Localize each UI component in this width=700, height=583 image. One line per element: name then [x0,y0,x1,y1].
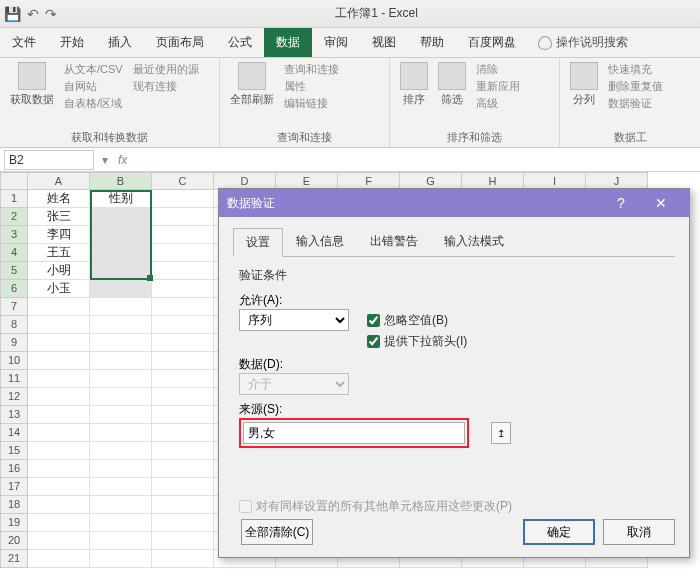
row-8[interactable]: 8 [0,316,28,334]
cell[interactable] [28,388,90,406]
queries-conn[interactable]: 查询和连接 [284,62,339,77]
row-6[interactable]: 6 [0,280,28,298]
data-validation[interactable]: 数据验证 [608,96,663,111]
tab-data[interactable]: 数据 [264,28,312,57]
cell[interactable] [90,280,152,298]
row-20[interactable]: 20 [0,532,28,550]
cell[interactable] [90,298,152,316]
row-4[interactable]: 4 [0,244,28,262]
properties[interactable]: 属性 [284,79,339,94]
flash-fill[interactable]: 快速填充 [608,62,663,77]
cell[interactable] [28,550,90,568]
cell[interactable] [90,226,152,244]
cell[interactable] [152,424,214,442]
row-16[interactable]: 16 [0,460,28,478]
remove-dup[interactable]: 删除重复值 [608,79,663,94]
advanced[interactable]: 高级 [476,96,520,111]
cell[interactable] [28,424,90,442]
cell[interactable] [152,244,214,262]
tab-view[interactable]: 视图 [360,28,408,57]
col-B[interactable]: B [90,172,152,190]
cell[interactable] [90,208,152,226]
filter-button[interactable]: 筛选 [438,62,466,107]
help-button[interactable]: ? [601,195,641,211]
cell[interactable] [152,190,214,208]
cell[interactable] [90,424,152,442]
save-icon[interactable]: 💾 [4,6,21,22]
name-box[interactable]: B2 [4,150,94,170]
cell[interactable]: 小明 [28,262,90,280]
namebox-dropdown-icon[interactable]: ▾ [98,153,112,167]
row-1[interactable]: 1 [0,190,28,208]
sort-button[interactable]: 排序 [400,62,428,107]
clear-all-button[interactable]: 全部清除(C) [241,519,313,545]
cell[interactable] [152,208,214,226]
existing-conn[interactable]: 现有连接 [133,79,199,94]
row-2[interactable]: 2 [0,208,28,226]
tab-formula[interactable]: 公式 [216,28,264,57]
cell[interactable] [90,550,152,568]
cell[interactable] [152,496,214,514]
cell[interactable] [28,442,90,460]
cell[interactable]: 王五 [28,244,90,262]
cell[interactable] [90,244,152,262]
cell[interactable] [90,370,152,388]
cell[interactable] [90,316,152,334]
row-7[interactable]: 7 [0,298,28,316]
cell[interactable] [152,370,214,388]
row-9[interactable]: 9 [0,334,28,352]
cell[interactable] [28,370,90,388]
col-A[interactable]: A [28,172,90,190]
cell[interactable] [152,442,214,460]
ok-button[interactable]: 确定 [523,519,595,545]
get-data-button[interactable]: 获取数据 [10,62,54,107]
cell[interactable] [152,280,214,298]
cell[interactable] [152,406,214,424]
tab-home[interactable]: 开始 [48,28,96,57]
cell[interactable] [152,298,214,316]
tab-layout[interactable]: 页面布局 [144,28,216,57]
allow-select[interactable]: 序列 [239,309,349,331]
cell[interactable] [28,406,90,424]
row-17[interactable]: 17 [0,478,28,496]
tab-help[interactable]: 帮助 [408,28,456,57]
cell[interactable] [152,226,214,244]
cell[interactable]: 李四 [28,226,90,244]
cell[interactable] [90,514,152,532]
cell[interactable] [90,442,152,460]
cell[interactable] [152,316,214,334]
col-C[interactable]: C [152,172,214,190]
cell[interactable] [152,334,214,352]
row-18[interactable]: 18 [0,496,28,514]
dlg-tab-input[interactable]: 输入信息 [283,227,357,256]
from-table[interactable]: 自表格/区域 [64,96,123,111]
cell[interactable]: 姓名 [28,190,90,208]
row-13[interactable]: 13 [0,406,28,424]
cell[interactable] [28,352,90,370]
reapply[interactable]: 重新应用 [476,79,520,94]
row-14[interactable]: 14 [0,424,28,442]
cell[interactable] [28,460,90,478]
cell[interactable] [152,532,214,550]
recent-sources[interactable]: 最近使用的源 [133,62,199,77]
row-12[interactable]: 12 [0,388,28,406]
clear-filter[interactable]: 清除 [476,62,520,77]
cell[interactable] [152,262,214,280]
cell[interactable] [90,478,152,496]
text-to-cols-button[interactable]: 分列 [570,62,598,107]
range-picker-button[interactable]: ↥ [491,422,511,444]
cancel-button[interactable]: 取消 [603,519,675,545]
tab-baidu[interactable]: 百度网盘 [456,28,528,57]
row-11[interactable]: 11 [0,370,28,388]
dlg-tab-settings[interactable]: 设置 [233,228,283,257]
edit-links[interactable]: 编辑链接 [284,96,339,111]
row-3[interactable]: 3 [0,226,28,244]
row-5[interactable]: 5 [0,262,28,280]
cell[interactable] [28,334,90,352]
cell[interactable] [28,478,90,496]
fx-icon[interactable]: fx [112,153,133,167]
cell[interactable] [90,352,152,370]
row-10[interactable]: 10 [0,352,28,370]
cell[interactable] [152,550,214,568]
redo-icon[interactable]: ↷ [45,6,57,22]
